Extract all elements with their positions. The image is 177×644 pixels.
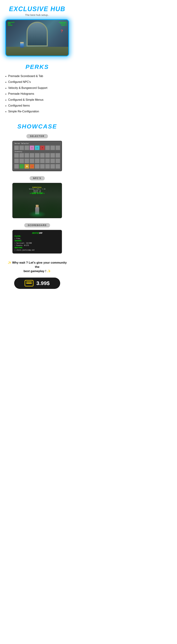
inv-r1c3 [25, 153, 29, 158]
hero-image-inner: ImaniLeft2013Joined ImaniRightOnline:1Le… [6, 20, 68, 56]
inv-row-1 [14, 153, 60, 158]
npc-label: NPC'S [30, 176, 45, 180]
bullet-1: • [5, 74, 6, 78]
score-label-player: PLAYER: [15, 235, 21, 237]
server-selector-panel: Server Selector ⬡ ⚔ ✕ Inventory [12, 141, 62, 171]
inv-row-2 [14, 158, 60, 163]
hero-question-mark: ? [61, 29, 63, 34]
inv-r3c1 [14, 164, 19, 169]
perk-item-1: • Premade Scoreboard & Tab [5, 74, 69, 78]
main-title: EXCLUSIVE HUB [9, 5, 65, 13]
inv-r3c4: 🔴 [30, 164, 34, 169]
score-value-survival: | Survival: 13/200 [15, 242, 32, 244]
inv-cell-red: ✕ [40, 146, 45, 150]
inv-r2c8 [50, 158, 55, 163]
bullet-2: • [5, 80, 6, 84]
perk-label-1: Premade Scoreboard & Tab [8, 74, 43, 78]
inv-cell-empty-2 [19, 146, 24, 150]
bullet-6: • [5, 104, 6, 108]
inv-r2c3 [25, 158, 29, 163]
inv-r1c5 [35, 153, 40, 158]
perk-item-7: • Simple Re-Configuration [5, 110, 69, 114]
score-webstone-value: | store.jesticsmp.net [15, 249, 60, 251]
npc-hologram-text: SURVIVAL Version: 1.20.1 - 1.16 Online: … [29, 187, 46, 194]
inv-cell-empty-4 [45, 146, 50, 150]
price-amount: 3.99$ [36, 280, 50, 286]
npc-glow [28, 211, 46, 218]
price-button[interactable]: 3.99$ [14, 278, 60, 289]
hero-image: ImaniLeft2013Joined ImaniRightOnline:1Le… [5, 19, 69, 56]
inv-r3c8 [50, 164, 55, 169]
inv-r2c7 [45, 158, 50, 163]
price-card-icon [25, 280, 34, 286]
inv-r3c2: 🌿 [19, 164, 24, 169]
perks-title: PERKS [26, 64, 49, 70]
bullet-7: • [5, 110, 6, 114]
npc-click-play: + CLICK TO PLAY + [29, 192, 46, 194]
page-wrapper: EXCLUSIVE HUB The best hub setup.. Imani… [0, 0, 74, 294]
inv-r2c9 [55, 158, 60, 163]
inv-r1c1 [14, 153, 19, 158]
npc-online: Online: 11 [29, 190, 46, 191]
inv-cell-empty-3 [25, 146, 29, 150]
inv-r3c9 [55, 164, 60, 169]
hero-arch-decoration [27, 22, 48, 46]
header-section: EXCLUSIVE HUB The best hub setup.. [9, 5, 65, 16]
perk-item-2: • Configured NPC's [5, 80, 69, 84]
inv-r2c5 [35, 158, 40, 163]
score-smp-text: SMP [39, 232, 43, 234]
perk-item-5: • Configured & Simple Menus [5, 98, 69, 102]
inv-r2c2 [19, 158, 24, 163]
perk-label-3: Velocity & Bungeecord Support [8, 86, 47, 90]
npc-version: Version: 1.20.1 - 1.16 [29, 188, 46, 190]
bullet-4: • [5, 92, 6, 96]
orange-item-icon: 🔴 [31, 166, 33, 167]
inv-cell-empty-6 [55, 146, 60, 150]
score-value-webstone: | store.jesticsmp.net [15, 249, 35, 251]
score-player-label: PLAYER: [15, 235, 60, 237]
inv-r2c6 [40, 158, 45, 163]
inv-r1c2 [19, 153, 24, 158]
scoreboard-label: SCOREBOARD [24, 223, 50, 228]
score-survival-value: | Survival: 13/200 [15, 242, 60, 244]
perk-item-4: • Premade Holograms [5, 92, 69, 96]
bullet-3: • [5, 86, 6, 90]
score-value-events: | Events: 0/175 [15, 244, 29, 246]
perk-label-6: Configured Items [8, 104, 30, 107]
red-item-icon: ✕ [42, 147, 43, 148]
inventory-label: Inventory [14, 151, 60, 152]
inv-cell-cyan: ⚔ [35, 146, 40, 150]
hero-character [20, 42, 24, 48]
inv-r1c9 [55, 153, 60, 158]
score-label-servers: SERVERS: [15, 240, 22, 242]
hero-player-text-right: ImaniRightOnline:1Level:5 [59, 22, 67, 26]
inv-r1c4 [30, 153, 34, 158]
inv-r3c3: 🌕 [25, 164, 29, 169]
score-events-value: | Events: 0/175 [15, 244, 60, 246]
cta-section: ✨ Why wait ? Let's give your community t… [4, 260, 71, 273]
perk-item-6: • Configured Items [5, 104, 69, 108]
perk-label-5: Configured & Simple Menus [8, 98, 43, 102]
server-selector-title: Server Selector [14, 142, 60, 144]
perk-item-3: • Velocity & Bungeecord Support [5, 86, 69, 90]
inv-r1c7 [45, 153, 50, 158]
inv-r3c6 [40, 164, 45, 169]
perk-label-7: Simple Re-Configuration [8, 110, 39, 113]
cta-line1: ✨ Why wait ? Let's give your community t… [8, 261, 67, 268]
subtitle: The best hub setup.. [9, 14, 65, 16]
score-player-value: | Fikz_ [15, 238, 60, 240]
showcase-title: SHOWCASE [17, 123, 57, 130]
inv-r1c8 [50, 153, 55, 158]
hero-ground [6, 47, 68, 56]
green-item-icon: 🌿 [21, 166, 23, 167]
inv-cell-empty-1 [14, 146, 19, 150]
cyan-item-icon: ⚔ [37, 147, 38, 148]
inv-r2c4 [30, 158, 34, 163]
npc-season: Season: #1 [29, 191, 46, 192]
perk-label-4: Premade Holograms [8, 92, 34, 96]
selector-top-row: ⬡ ⚔ ✕ [14, 146, 60, 150]
yellow-item-icon: 🌕 [26, 166, 28, 167]
perk-label-2: Configured NPC's [8, 80, 31, 84]
score-value-player: | Fikz_ [15, 238, 21, 240]
selector-label: SELECTOR [26, 134, 48, 138]
